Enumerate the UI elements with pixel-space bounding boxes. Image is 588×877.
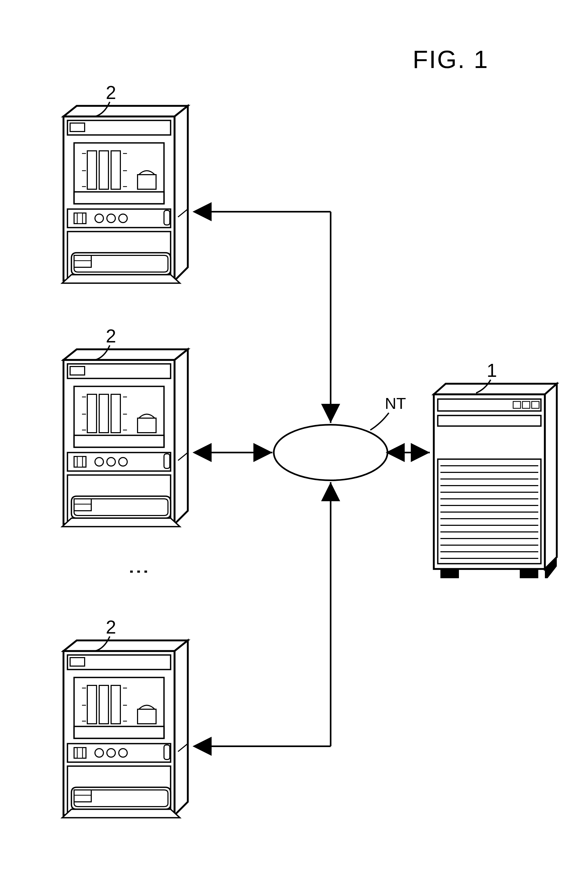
figure-page: FIG. 1 2 2 2 1 NT NETWORK ⋮ [0, 0, 588, 877]
terminal-device-3 [62, 640, 188, 818]
leader-network [370, 413, 389, 430]
terminal-device-2 [62, 349, 188, 527]
server-device [434, 384, 557, 578]
network-node [274, 425, 387, 480]
diagram-svg [0, 0, 588, 877]
terminal-device-1 [62, 106, 188, 283]
